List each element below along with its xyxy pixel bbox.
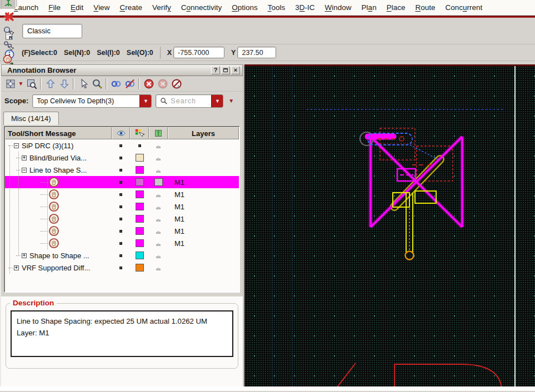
visibility-dot[interactable] <box>119 181 122 184</box>
close-button[interactable]: × <box>231 66 240 74</box>
tree-row-violation-4[interactable]: M1 <box>5 188 239 200</box>
y-coordinate-field[interactable]: 237.50 <box>237 47 276 58</box>
menu-3d-ic[interactable]: 3D-IC <box>290 1 319 14</box>
waive-stamp-icon[interactable] <box>154 239 162 247</box>
color-swatch[interactable] <box>136 264 144 272</box>
help-button[interactable]: ? <box>211 66 220 74</box>
visibility-dot[interactable] <box>119 169 122 172</box>
menu-view[interactable]: View <box>88 1 114 14</box>
menu-place[interactable]: Place <box>382 1 411 14</box>
visibility-dot[interactable] <box>119 144 122 147</box>
color-swatch[interactable] <box>136 154 144 162</box>
search-dropdown-button[interactable]: ▼ <box>211 95 223 107</box>
visibility-dot[interactable] <box>119 157 122 159</box>
menu-plan[interactable]: Plan <box>357 1 382 14</box>
inspect-button[interactable] <box>1 24 16 38</box>
color-swatch[interactable] <box>136 178 144 186</box>
clear-all-button[interactable] <box>169 77 183 91</box>
tree-row-violation-8[interactable]: M1 <box>5 237 239 249</box>
menu-tools[interactable]: Tools <box>263 1 291 14</box>
column-header-tool-message[interactable]: Tool/Short Message <box>5 127 112 139</box>
waive-stamp-icon[interactable] <box>154 166 162 174</box>
tree-row-shape-to-shape[interactable]: +Shape to Shape ... <box>5 249 239 262</box>
x-coordinate-field[interactable]: -755.7000 <box>173 47 224 58</box>
tree-row-blind-buried-via[interactable]: +Blind/Buried Via... <box>5 152 239 164</box>
color-swatch[interactable] <box>136 190 144 198</box>
menu-file[interactable]: File <box>43 1 66 14</box>
ripup-button[interactable] <box>1 9 16 24</box>
waive-stamp-icon[interactable] <box>154 154 162 162</box>
ripup-icon <box>3 11 14 22</box>
marker-settings-button[interactable] <box>3 77 17 91</box>
column-header-select-color[interactable] <box>130 127 149 139</box>
delete-marker-button[interactable] <box>156 77 169 91</box>
tab-misc[interactable]: Misc (14/14) <box>3 112 59 125</box>
view-style-combo[interactable]: Classic <box>22 24 82 38</box>
net-select-button[interactable] <box>1 38 16 53</box>
layers-book-icon <box>154 129 163 138</box>
collapse-icon[interactable]: − <box>22 168 27 173</box>
unlink-button[interactable] <box>123 77 137 91</box>
color-swatch[interactable] <box>136 203 144 210</box>
menu-create[interactable]: Create <box>114 1 147 14</box>
menu-verify[interactable]: Verify <box>147 1 176 14</box>
marker-settings-dropdown[interactable]: ▼ <box>17 77 24 91</box>
color-swatch[interactable] <box>136 166 144 174</box>
pointer-button[interactable] <box>76 77 90 91</box>
fanout-button[interactable] <box>1 0 16 9</box>
tree-row-vrf-supported-diff[interactable]: +VRF Supported Diff... <box>5 262 239 274</box>
menu-concurrent[interactable]: Concurrent <box>440 1 487 14</box>
tree-row-violation-5[interactable]: M1 <box>5 200 239 213</box>
down-arrow-button[interactable] <box>57 77 71 91</box>
float-button[interactable] <box>221 66 230 74</box>
layout-canvas[interactable] <box>244 64 535 386</box>
visibility-dot[interactable] <box>119 205 122 208</box>
collapse-icon[interactable]: − <box>14 143 19 148</box>
color-swatch[interactable] <box>136 252 144 259</box>
color-dot[interactable] <box>138 144 141 147</box>
waive-stamp-icon[interactable] <box>154 264 162 272</box>
expand-icon[interactable]: + <box>22 253 27 258</box>
expand-icon[interactable]: + <box>14 265 19 270</box>
tree-row-violation-6[interactable]: M1 <box>5 213 239 225</box>
menu-edit[interactable]: Edit <box>66 1 88 14</box>
color-swatch[interactable] <box>136 215 144 223</box>
waive-stamp-icon[interactable] <box>154 203 162 210</box>
menu-connectivity[interactable]: Connectivity <box>176 1 227 14</box>
waive-stamp-icon[interactable] <box>154 215 162 223</box>
menu-window[interactable]: Window <box>320 1 357 14</box>
visibility-dot[interactable] <box>119 218 122 220</box>
scope-combo[interactable]: Top Cellview To Depth(3) ▼ <box>32 94 152 108</box>
zoom-marker-button[interactable] <box>24 77 38 91</box>
waive-stamp-icon[interactable] <box>154 142 162 149</box>
menu-options[interactable]: Options <box>227 1 263 14</box>
delete-marker-button[interactable] <box>142 77 156 91</box>
tree-row-sip-drc-3-11[interactable]: −SiP DRC (3)(11) <box>5 139 239 152</box>
visibility-dot[interactable] <box>119 254 122 257</box>
find-button[interactable] <box>90 77 104 91</box>
column-header-layers[interactable]: Layers <box>168 127 239 139</box>
link-button[interactable] <box>109 77 123 91</box>
column-header-visibility[interactable] <box>112 127 130 139</box>
search-combo[interactable]: Search ▼ <box>156 94 223 108</box>
color-swatch[interactable] <box>136 227 144 235</box>
expand-icon[interactable]: + <box>22 155 27 160</box>
waive-stamp-icon[interactable] <box>154 252 162 259</box>
panel-title-bar[interactable]: Annotation Browser ? × <box>1 64 243 76</box>
color-swatch[interactable] <box>136 239 144 247</box>
visibility-dot[interactable] <box>119 230 122 233</box>
up-arrow-button[interactable] <box>43 77 57 91</box>
menu-route[interactable]: Route <box>410 1 440 14</box>
tree-row-line-to-shape-s[interactable]: −Line to Shape S... <box>5 164 239 176</box>
tree-row-violation-3[interactable]: M1 <box>5 176 239 188</box>
visibility-dot[interactable] <box>119 242 122 245</box>
tree-row-violation-7[interactable]: M1 <box>5 225 239 237</box>
visibility-dot[interactable] <box>119 193 122 196</box>
waive-swatch[interactable] <box>154 178 163 186</box>
filter-dropdown-button[interactable]: ▼ <box>227 98 235 104</box>
waive-stamp-icon[interactable] <box>154 190 162 198</box>
scope-dropdown-button[interactable]: ▼ <box>139 95 151 107</box>
column-header-waive[interactable] <box>149 127 168 139</box>
waive-stamp-icon[interactable] <box>154 227 162 235</box>
visibility-dot[interactable] <box>119 267 122 269</box>
